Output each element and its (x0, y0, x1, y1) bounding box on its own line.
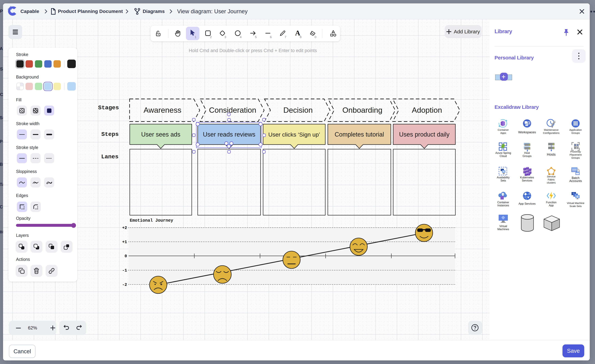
svg-text:Consideration: Consideration (209, 106, 256, 114)
svg-text:+2: +2 (122, 226, 127, 230)
svg-text:Stages: Stages (98, 105, 119, 111)
svg-text:Emotional Journey: Emotional Journey (130, 218, 173, 223)
svg-text:Decision: Decision (283, 106, 313, 114)
svg-text:Adoption: Adoption (412, 106, 442, 114)
svg-text:0: 0 (125, 254, 127, 259)
svg-text:Uses product daily: Uses product daily (399, 131, 449, 138)
svg-text:Awareness: Awareness (143, 106, 181, 114)
svg-text:User clicks ‘Sign up’: User clicks ‘Sign up’ (268, 131, 320, 138)
svg-text:+1: +1 (122, 240, 127, 244)
svg-text:-2: -2 (122, 282, 127, 287)
svg-text:User sees ads: User sees ads (141, 131, 180, 138)
svg-text:-1: -1 (122, 268, 127, 273)
svg-text:Onboarding: Onboarding (342, 106, 382, 114)
svg-text:Steps: Steps (101, 131, 119, 138)
svg-text:User reads reviews: User reads reviews (203, 131, 255, 138)
svg-text:Completes tutorial: Completes tutorial (335, 131, 384, 138)
svg-text:Lanes: Lanes (101, 154, 119, 160)
